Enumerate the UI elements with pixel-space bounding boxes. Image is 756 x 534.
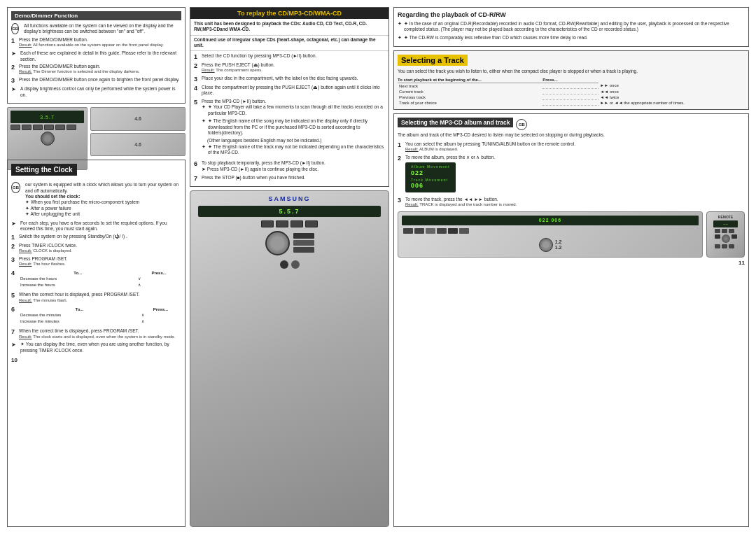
clock-bullet3: ✦ After unplugging the unit [25,211,181,217]
track-row-previous: Previous track ◄◄ twice [398,94,745,100]
samsung-slot-2 [293,240,314,246]
increase-mins-press: ∧ [140,318,181,325]
step-3: 3 Press the DEMO/DIMMER button once agai… [11,77,181,84]
cdrrw-bullet-2: ✦ ✦ The CD-RW is comparably less reflexi… [398,35,745,41]
replay-bullet-1-text: ✦ Your CD Player will take a few moments… [208,104,385,116]
clock-step-7-num: 7 [11,328,17,335]
samsung-slot-3 [293,247,314,253]
panel-btn-3 [33,125,43,130]
mp3-step-1-num: 1 [398,141,403,148]
right-column: Regarding the playback of CD-R/RW ✦ ✦ In… [393,7,749,527]
mp3-title: Selecting the MP3-CD album and track [398,118,513,127]
track-next-press: ►► once [598,83,745,89]
right-device-num2: 1.2 [555,245,562,250]
left-page-num: 10 [11,357,18,363]
replay-step-1-num: 1 [194,53,200,60]
replay-note1: This unit has been designed to playback … [190,19,388,36]
select-track-title: Selecting a Track [398,55,468,66]
clock-step-1-text: Switch the system on by pressing Standby… [19,234,181,239]
increase-hours-press: ∧ [136,283,181,289]
mp3-step-3-result-label: Result: [405,202,419,206]
step-3-text: Press the DEMO/DIMMER button once again … [19,77,181,83]
clock-bullet1: ✦ When you first purchase the micro-comp… [25,199,181,205]
right-device-btn-2 [414,228,424,234]
arrow-icon-1: ➤ [11,50,18,62]
mp3-step-3-num: 3 [398,197,403,204]
clock-step-6-table: To... Press... Decrease the minutes ∨ In… [19,307,181,325]
clock-step-2: 2 Press TIMER /CLOCK twice. Result: CLOC… [11,243,181,254]
mp3-section: Selecting the MP3-CD album and track GB … [393,113,749,527]
clock-step-5-num: 5 [11,292,17,299]
step-1-text: Press the DEMO/DIMMER button. [19,37,181,43]
replay-title: To replay the CD/MP3-CD/WMA-CD [190,8,388,19]
remote-btn-3 [729,229,734,233]
replay-step-2-text: Press the PUSH EJECT (⏏) button. [202,62,385,68]
replay-step-5: 5 Press the MP3-CD (►II) button. ✦ ✦ You… [194,99,385,158]
replay-step-5-text: Press the MP3-CD (►II) button. [202,99,385,104]
arrow-step-1: ➤ Each of these are explained in detail … [11,50,181,62]
right-device-mockup-main: 022 006 1.2 1.2 [398,211,703,258]
replay-bullet-4-text: ✦ The English name of the track may not … [208,144,385,156]
display-label-album: Album Movement [411,164,450,169]
clock-step-4-table: To... Press... Decrease the hours ∨ Incr… [19,271,181,288]
replay-step-4: 4 Close the compartment by pressing the … [194,85,385,97]
panel-btn-2 [22,125,31,130]
remote-btn-1 [715,229,720,233]
increase-mins-action: Increase the minutes [19,318,140,325]
right-page-num: 11 [738,260,745,266]
replay-step-6-text: To stop playback temporarily, press the … [202,160,385,166]
clock-intro1: our system is equipped with a clock whic… [25,182,181,194]
track-choice-press: ►► or ◄◄ the appropriate number of times… [598,100,745,106]
replay-step-7-num: 7 [194,175,200,182]
gb-icon-mp3: GB [516,119,527,130]
panel-btn-6 [66,125,76,130]
panel-btn-5 [55,125,65,130]
clock-step-1: 1 Switch the system on by pressing Stand… [11,234,181,241]
clock-step-7: 7 When the correct time is displayed, pr… [11,328,181,339]
table6-col-to: To... [19,307,140,313]
decrease-hours-action: Decrease the hours [19,276,136,283]
step-2-result-label: Result: [19,69,32,73]
step-1-result: All functions available on the system ap… [33,43,164,47]
clock-title: Setting the Clock [11,164,77,176]
mp3-step-1-result: ALBUM is displayed. [419,147,458,151]
right-device-btn-5 [448,228,458,234]
left-column: Demo/Dimmer Function GB All functions av… [7,7,186,527]
decrease-mins-press: ∨ [140,312,181,318]
clock-step-4-num: 4 [11,269,17,276]
step-3-num: 3 [11,77,17,84]
right-page-footer: 11 [398,258,745,266]
replay-bullet-2-text: ✦ The English name of the song may be in… [208,118,385,136]
select-track-section: Selecting a Track You can select the tra… [393,50,749,110]
display-line2: 006 [411,182,450,190]
right-device-display: 022 006 [402,216,699,225]
step-1-result-label: Result: [19,43,32,47]
clock-step-2-result: CLOCK is displayed. [33,248,71,253]
clock-step-2-text: Press TIMER /CLOCK twice. [19,243,181,248]
clock-arrow-1: ➤ For each step, you have a few seconds … [11,220,181,232]
samsung-btn-3 [290,220,303,227]
clock-step-3-result-label: Result: [19,262,32,266]
decrease-hours-press: ∨ [136,276,181,283]
demo-dimmer-title: Demo/Dimmer Function [11,11,181,20]
right-device-btn-3 [426,228,435,234]
clock-step-1-num: 1 [11,234,17,241]
panel-btn-1 [10,125,20,130]
track-row-next: Next track ►► once [398,83,745,89]
replay-step-4-num: 4 [194,85,200,92]
cdrrw-bullet-1: ✦ ✦ In the case of an original CD-R(Reco… [398,21,745,33]
device-images-area: 3.5.7 4.6 4.6 [7,107,186,156]
right-device-knob [539,238,553,252]
clock-step-5-result: The minutes flash. [33,298,67,302]
gb-icon-demo: GB [11,23,19,34]
right-device-btn-1 [403,228,413,234]
mp3-step-2-num: 2 [398,155,403,162]
right-device-btn-6 [459,228,469,234]
mp3-step-3: 3 To move the track, press the ◄◄ ►► but… [398,197,745,208]
arrow-2-text: A display brightness control can only be… [20,86,181,98]
right-device-area: 022 006 1.2 1.2 [398,211,745,258]
clock-step-6: 6 To... Press... Decrease the minutes ∨ … [11,306,181,326]
left-page-footer: 10 [11,355,181,363]
clock-step-4: 4 To... Press... Decrease the hours ∨ In… [11,269,181,290]
replay-step-4-text: Close the compartment by pressing the PU… [202,85,385,97]
